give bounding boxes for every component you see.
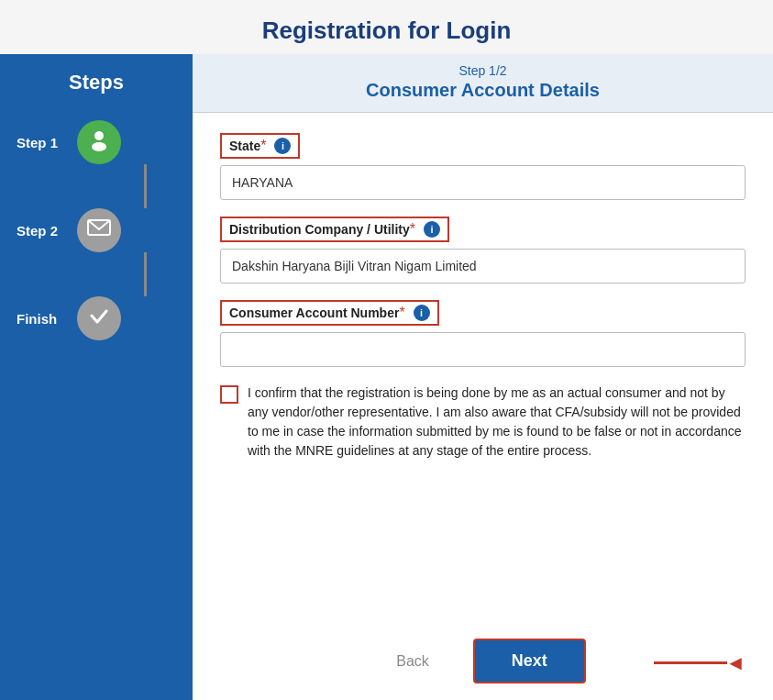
connector-2: [144, 252, 147, 296]
step1-circle: [77, 120, 121, 164]
svg-point-1: [92, 142, 106, 151]
step2-label: Step 2: [17, 223, 70, 239]
step2-circle: [77, 208, 121, 252]
state-info-icon[interactable]: i: [274, 138, 291, 154]
step-1-row: Step 1: [0, 120, 193, 208]
sidebar: Steps Step 1 Step 2: [0, 54, 193, 700]
arrow-indicator: ◄: [654, 651, 745, 675]
state-field-group: State * i: [220, 133, 745, 200]
sidebar-item-finish: Finish: [0, 296, 193, 340]
confirmation-text: I confirm that the registration is being…: [248, 383, 745, 461]
distribution-label: Distribution Company / Utility: [229, 222, 410, 237]
step-header: Step 1/2 Consumer Account Details: [193, 54, 773, 113]
distribution-input[interactable]: [220, 249, 745, 283]
form-section: State * i Distribution Company / Utility…: [193, 113, 773, 626]
section-title: Consumer Account Details: [211, 80, 755, 101]
finish-row: Finish: [0, 296, 193, 340]
distribution-info-icon[interactable]: i: [424, 221, 440, 238]
finish-icon: [87, 304, 111, 333]
finish-circle: [77, 296, 121, 340]
svg-point-0: [94, 131, 104, 140]
account-info-icon[interactable]: i: [414, 305, 430, 321]
page-title: Registration for Login: [0, 0, 773, 54]
state-required: *: [260, 138, 266, 154]
arrow-line: [654, 661, 727, 664]
sidebar-item-step2: Step 2: [0, 208, 193, 252]
account-label-box: Consumer Account Number * i: [220, 300, 439, 326]
step1-label: Step 1: [17, 135, 70, 150]
footer-actions: Back Next ◄: [193, 626, 773, 700]
distribution-field-group: Distribution Company / Utility * i: [220, 217, 745, 283]
distribution-label-box: Distribution Company / Utility * i: [220, 217, 449, 242]
state-label: State: [229, 139, 260, 153]
step-number: Step 1/2: [211, 63, 755, 78]
step1-icon: [87, 128, 111, 157]
next-button[interactable]: Next: [473, 639, 586, 683]
step2-icon: [87, 217, 111, 243]
account-input[interactable]: [220, 332, 745, 367]
content-area: Step 1/2 Consumer Account Details State …: [193, 54, 773, 700]
account-required: *: [399, 305, 404, 321]
sidebar-heading: Steps: [69, 71, 124, 94]
confirmation-checkbox[interactable]: [220, 385, 238, 404]
step-2-row: Step 2: [0, 208, 193, 296]
state-label-box: State * i: [220, 133, 300, 159]
sidebar-item-step1: Step 1: [0, 120, 193, 164]
arrow-head-icon: ◄: [725, 651, 745, 675]
main-container: Steps Step 1 Step 2: [0, 54, 773, 700]
back-button[interactable]: Back: [380, 644, 446, 679]
distribution-required: *: [410, 221, 415, 238]
connector-1: [144, 164, 147, 208]
account-label: Consumer Account Number: [229, 306, 399, 320]
confirmation-section: I confirm that the registration is being…: [220, 383, 745, 461]
state-input[interactable]: [220, 165, 745, 200]
account-field-group: Consumer Account Number * i: [220, 300, 745, 367]
finish-label: Finish: [17, 311, 70, 327]
